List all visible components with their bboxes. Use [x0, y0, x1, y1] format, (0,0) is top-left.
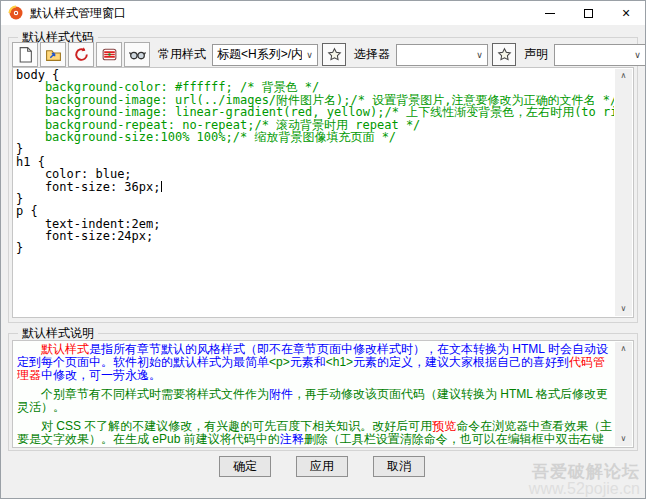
css-code-editor[interactable]: body { background-color: #ffffff; /* 背景色…	[12, 67, 634, 318]
minimize-button[interactable]	[531, 1, 569, 25]
scroll-up-icon[interactable]: ∧	[615, 342, 632, 356]
title-bar: 默认样式管理窗口 ×	[1, 1, 645, 25]
code-line: font-size: 36px;	[16, 181, 614, 193]
new-document-icon	[17, 46, 34, 63]
refresh-button[interactable]	[68, 42, 94, 67]
selector-label: 选择器	[354, 46, 390, 63]
close-icon: ×	[622, 6, 630, 20]
open-file-button[interactable]	[40, 42, 66, 67]
ok-button[interactable]: 确定	[219, 456, 271, 477]
scroll-down-icon[interactable]: ∨	[615, 302, 632, 316]
star-icon	[327, 47, 342, 62]
description-text: 默认样式是指所有章节默认的风格样式（即不在章节页面中修改样式时），在文本转换为 …	[17, 343, 613, 446]
scroll-up-icon[interactable]: ∧	[615, 69, 632, 83]
window-title: 默认样式管理窗口	[30, 5, 531, 22]
clear-lines-icon	[101, 46, 118, 63]
app-icon	[8, 5, 24, 21]
description-scrollbar[interactable]: ∧ ∨	[615, 342, 632, 446]
refresh-icon	[73, 46, 90, 63]
star-icon	[497, 47, 512, 62]
code-line: }	[16, 143, 614, 155]
chevron-down-icon: ∨	[630, 50, 645, 60]
preview-button[interactable]	[124, 42, 150, 67]
description-paragraph: 个别章节有不同样式时需要将样式文件作为附件，再手动修改该页面代码（建议转换为 H…	[17, 388, 613, 414]
text-cursor	[161, 181, 162, 192]
watermark-line1: 吾爱破解论坛	[529, 463, 640, 481]
description-textbox[interactable]: 默认样式是指所有章节默认的风格样式（即不在章节页面中修改样式时），在文本转换为 …	[12, 340, 634, 448]
common-style-combobox[interactable]: 标题<H系列>/内容<P> ∨	[212, 44, 318, 66]
code-line: font-size:24px;	[16, 230, 614, 242]
glasses-icon	[129, 46, 146, 63]
default-style-description-group: 默认样式说明 默认样式是指所有章节默认的风格样式（即不在章节页面中修改样式时），…	[8, 333, 638, 451]
clear-comments-button[interactable]	[96, 42, 122, 67]
declaration-label: 声明	[524, 46, 548, 63]
common-style-label: 常用样式	[158, 46, 206, 63]
maximize-button[interactable]	[569, 1, 607, 25]
maximize-icon	[584, 9, 593, 18]
chevron-down-icon: ∨	[302, 50, 317, 60]
code-text: body { background-color: #ffffff; /* 背景色…	[16, 69, 614, 316]
apply-common-style-button[interactable]	[322, 43, 346, 66]
scroll-down-icon[interactable]: ∨	[615, 432, 632, 446]
cancel-button[interactable]: 取消	[373, 456, 425, 477]
common-style-value: 标题<H系列>/内容<P>	[213, 46, 302, 63]
code-line: }	[16, 242, 614, 254]
code-scrollbar[interactable]: ∧ ∨	[615, 69, 632, 316]
chevron-down-icon: ∨	[472, 50, 487, 60]
code-toolbar: 常用样式 标题<H系列>/内容<P> ∨ 选择器 ∨ 声明	[12, 42, 646, 67]
default-style-code-group: 默认样式代码	[8, 37, 638, 323]
code-line: background-size:100% 100%;/* 缩放背景图像填充页面 …	[16, 131, 614, 143]
apply-button[interactable]: 应用	[296, 456, 348, 477]
description-paragraph: 对 CSS 不了解的不建议修改，有兴趣的可先百度下相关知识。改好后可用预览命令在…	[17, 420, 613, 446]
new-file-button[interactable]	[12, 42, 38, 67]
watermark-line2: www.52pojie.cn	[529, 481, 640, 497]
apply-selector-button[interactable]	[492, 43, 516, 66]
code-line: }	[16, 193, 614, 205]
selector-combobox[interactable]: ∨	[396, 44, 488, 66]
minimize-icon	[545, 13, 555, 14]
open-folder-icon	[45, 46, 62, 63]
description-paragraph: 默认样式是指所有章节默认的风格样式（即不在章节页面中修改样式时），在文本转换为 …	[17, 343, 613, 382]
watermark: 吾爱破解论坛 www.52pojie.cn	[529, 463, 640, 497]
default-style-manager-window: 默认样式管理窗口 × 默认样式代码	[0, 0, 646, 499]
declaration-combobox[interactable]: ∨	[554, 44, 646, 66]
close-button[interactable]: ×	[607, 1, 645, 25]
